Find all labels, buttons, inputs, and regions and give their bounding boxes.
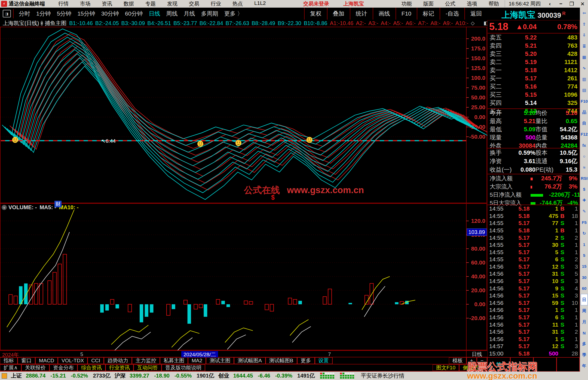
- move-icon[interactable]: ✚: [581, 195, 588, 206]
- window-button-3[interactable]: ✕: [577, 1, 588, 7]
- window-button-0[interactable]: ‹: [544, 1, 555, 7]
- tab2-0[interactable]: 扩展∧: [0, 364, 22, 371]
- period-30[interactable]: 30: [581, 272, 588, 283]
- period-7[interactable]: 周线: [163, 10, 180, 17]
- period-4[interactable]: 30分钟: [98, 10, 122, 17]
- header-corner-icons[interactable]: ◇ ◧: [471, 20, 487, 26]
- tab2-2[interactable]: 资金分布: [50, 364, 78, 371]
- period-n[interactable]: N: [581, 327, 588, 338]
- wave-icon[interactable]: ≈: [581, 162, 588, 173]
- period-2[interactable]: 5分钟: [54, 10, 75, 17]
- tab1-5[interactable]: 趋势动力: [104, 357, 132, 364]
- tab1-7[interactable]: 私募主图: [160, 357, 188, 364]
- period-15[interactable]: 15: [581, 261, 588, 272]
- f10-icon[interactable]: F10: [581, 96, 588, 107]
- tab1-13[interactable]: 设置: [315, 357, 333, 364]
- dollar-icon[interactable]: $: [581, 184, 588, 195]
- period-month[interactable]: 月: [581, 317, 588, 327]
- toolbar-action-3[interactable]: 画线: [373, 8, 396, 20]
- tab1-9[interactable]: 测试主图: [206, 357, 234, 364]
- stock-shortcut[interactable]: 上海凯宝: [336, 0, 371, 7]
- market-status-icon[interactable]: [2, 373, 7, 379]
- f12-icon[interactable]: F12: [581, 129, 588, 140]
- tab1-10[interactable]: 测试幅图A: [234, 357, 266, 364]
- period-9[interactable]: 多周期: [198, 10, 221, 17]
- tab2-5[interactable]: 互动问答: [134, 364, 162, 371]
- down-arrow-icon[interactable]: ⇩: [581, 30, 588, 41]
- tab2-1[interactable]: 关联报价: [22, 364, 50, 371]
- toolbar-action-5[interactable]: 标记: [417, 8, 440, 20]
- tab2-6[interactable]: 普及版功能说明: [162, 364, 205, 371]
- menu-5[interactable]: 发现: [161, 0, 183, 7]
- toolbar-action-6[interactable]: -自选: [440, 8, 464, 20]
- list-check-icon[interactable]: ≣: [581, 41, 588, 51]
- toolbar-action-7[interactable]: 返回: [464, 8, 487, 20]
- period-3[interactable]: 15分钟: [74, 10, 98, 17]
- f5-icon[interactable]: F5: [581, 217, 588, 228]
- menu-2[interactable]: 资讯: [96, 0, 118, 7]
- pane-layout-icon[interactable]: ◨: [3, 10, 11, 17]
- pencil-icon[interactable]: ✎: [581, 206, 588, 217]
- tick-list[interactable]: 14:555.181B114:555.18475B1814:555.1777S1…: [488, 205, 580, 357]
- menu-6[interactable]: 交易: [183, 0, 205, 7]
- candle-chart-icon[interactable]: ▥: [581, 74, 588, 85]
- period-60[interactable]: 60: [581, 283, 588, 294]
- volume-chart[interactable]: 120.0100.080.0060.0040.0020.000.00-20.00…: [0, 203, 487, 350]
- tab2-4[interactable]: 行业资讯: [106, 364, 134, 371]
- period-6[interactable]: 日线: [146, 10, 163, 17]
- grid-quote-icon[interactable]: ▦: [581, 52, 588, 63]
- toolbar-action-2[interactable]: 统计: [350, 8, 373, 20]
- menu-8[interactable]: 热点: [227, 0, 249, 7]
- structure-icon[interactable]: 品: [581, 107, 588, 118]
- menu-9[interactable]: L1L2: [249, 0, 271, 7]
- window-button-1[interactable]: −: [555, 1, 566, 7]
- axis-period-label[interactable]: 日线: [466, 351, 487, 357]
- right-menu-0[interactable]: 功能: [396, 0, 418, 7]
- login-status[interactable]: 交易未登录: [296, 0, 336, 7]
- toolbar-action-1[interactable]: 叠加: [327, 8, 350, 20]
- right-menu-1[interactable]: 版面: [418, 0, 439, 7]
- period-10[interactable]: 更多 〉: [221, 10, 246, 17]
- tab1-4[interactable]: CCI: [88, 357, 104, 364]
- menu-4[interactable]: 专题: [140, 0, 161, 7]
- toolbar-action-4[interactable]: F10: [396, 8, 417, 20]
- indicator-name[interactable]: 捕鱼主图: [45, 20, 66, 27]
- period-5[interactable]: 5: [581, 250, 588, 261]
- back-icon[interactable]: ⇦: [581, 8, 588, 19]
- tab2-3[interactable]: 综合资讯: [78, 364, 106, 371]
- right-menu-4[interactable]: 帮助: [483, 0, 505, 7]
- circle-icon[interactable]: ○: [581, 151, 588, 162]
- chevron-down-icon[interactable]: ∨: [41, 21, 43, 26]
- custom-icon[interactable]: 自: [581, 118, 588, 129]
- chevron-down-icon[interactable]: ∨: [2, 205, 7, 210]
- period-5[interactable]: 60分钟: [122, 10, 146, 17]
- period-0[interactable]: 分时: [16, 10, 33, 17]
- period-year[interactable]: 年: [581, 361, 588, 372]
- menu-0[interactable]: 行情: [53, 0, 74, 7]
- tab1-1[interactable]: 窗口: [18, 357, 35, 364]
- menu-1[interactable]: 市场: [74, 0, 96, 7]
- period-1[interactable]: 1分钟: [33, 10, 54, 17]
- info-panel-icon[interactable]: ▤: [581, 85, 588, 96]
- tab1-6[interactable]: 主力监控: [132, 357, 160, 364]
- menu-7[interactable]: 行业: [205, 0, 227, 7]
- toolbar-action-0[interactable]: 复权: [304, 8, 327, 20]
- tab1-3[interactable]: VOL-TDX: [58, 357, 88, 364]
- right-menu-2[interactable]: 公式: [439, 0, 461, 7]
- tick-tab-3[interactable]: 势: [557, 357, 580, 372]
- period-multi[interactable]: 多: [581, 339, 588, 349]
- period-1[interactable]: 1: [581, 239, 588, 250]
- right-control-0[interactable]: 模板: [449, 357, 467, 364]
- tab1-0[interactable]: 指标: [0, 357, 18, 364]
- period-day[interactable]: 日: [581, 294, 588, 305]
- period-quarter[interactable]: 季: [581, 349, 588, 360]
- line-chart-icon[interactable]: ∿: [581, 63, 588, 74]
- tab1-12[interactable]: 更多: [297, 357, 315, 364]
- menu-3[interactable]: 数据: [118, 0, 140, 7]
- window-button-2[interactable]: ❐: [566, 1, 577, 7]
- tab1-11[interactable]: 测试幅图B: [266, 357, 297, 364]
- main-chart[interactable]: 200.0175.0150.0125.0100.075.0050.0025.00…: [0, 27, 487, 203]
- period-week[interactable]: 周: [581, 305, 588, 316]
- right-menu-3[interactable]: 选项: [461, 0, 483, 7]
- tab1-8[interactable]: MA2: [188, 357, 206, 364]
